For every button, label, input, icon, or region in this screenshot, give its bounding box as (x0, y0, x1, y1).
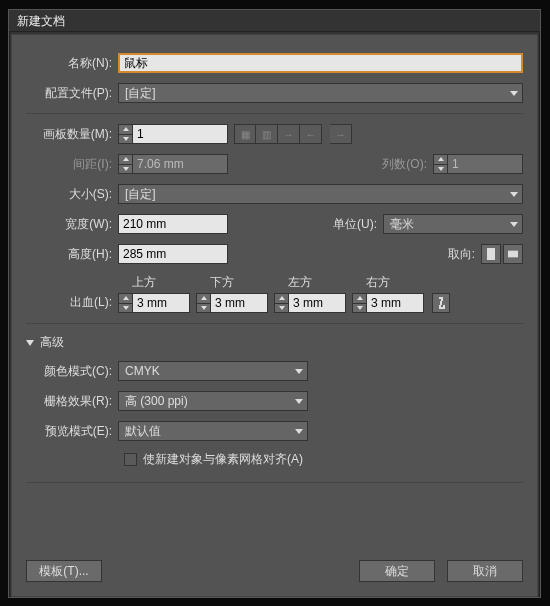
arrow-down-icon (201, 306, 207, 310)
bleed-top-input[interactable] (132, 293, 190, 313)
spinner-buttons (118, 154, 132, 174)
color-mode-combo[interactable]: CMYK (118, 361, 308, 381)
arrow-up-icon (123, 296, 129, 300)
dialog-title: 新建文档 (17, 14, 65, 28)
preview-mode-combo[interactable]: 默认值 (118, 421, 308, 441)
arrow-up-icon (357, 296, 363, 300)
cols-spinner (433, 154, 523, 174)
spinner-buttons[interactable] (118, 293, 132, 313)
color-mode-label: 颜色模式(C): (26, 363, 118, 380)
height-input[interactable] (118, 244, 228, 264)
width-input[interactable] (118, 214, 228, 234)
bleed-label: 出血(L): (26, 294, 118, 313)
arrow-down-icon (357, 306, 363, 310)
arrange-single-icon[interactable]: → (330, 124, 352, 144)
preview-mode-label: 预览模式(E): (26, 423, 118, 440)
chevron-down-icon (510, 91, 518, 96)
dialog-titlebar: 新建文档 (9, 10, 540, 32)
bleed-top-spinner[interactable] (118, 293, 190, 313)
bleed-bottom-spinner[interactable] (196, 293, 268, 313)
chevron-down-icon (295, 429, 303, 434)
chevron-down-icon (510, 222, 518, 227)
orientation-landscape-button[interactable] (503, 244, 523, 264)
artboard-count-spinner[interactable] (118, 124, 228, 144)
size-combo[interactable]: [自定] (118, 184, 523, 204)
spinner-buttons (433, 154, 447, 174)
link-bleed-button[interactable] (432, 293, 450, 313)
link-icon (437, 296, 445, 310)
arrow-down-icon (123, 306, 129, 310)
name-label: 名称(N): (26, 55, 118, 72)
units-value: 毫米 (390, 216, 414, 233)
arrow-down-icon (123, 137, 129, 141)
ok-button[interactable]: 确定 (359, 560, 435, 582)
templates-button[interactable]: 模板(T)... (26, 560, 102, 582)
orientation-label: 取向: (448, 246, 481, 263)
dialog-footer: 模板(T)... 确定 取消 (26, 560, 523, 582)
landscape-icon (508, 248, 518, 260)
divider (26, 113, 523, 114)
dialog-window: 新建文档 名称(N): 配置文件(P): [自定] 画板数量(M): (8, 9, 541, 598)
bleed-top-label: 上方 (118, 274, 190, 291)
spinner-buttons[interactable] (196, 293, 210, 313)
bleed-left-spinner[interactable] (274, 293, 346, 313)
profile-value: [自定] (125, 85, 156, 102)
disclosure-triangle-icon (26, 340, 34, 346)
dialog-body: 名称(N): 配置文件(P): [自定] 画板数量(M): ▦ (11, 34, 538, 597)
spacing-spinner (118, 154, 228, 174)
bleed-bottom-label: 下方 (196, 274, 268, 291)
align-pixel-grid-checkbox[interactable] (124, 453, 137, 466)
portrait-icon (486, 248, 496, 260)
arrow-up-icon (279, 296, 285, 300)
size-label: 大小(S): (26, 186, 118, 203)
arrow-down-icon (123, 167, 129, 171)
bleed-left-label: 左方 (274, 274, 346, 291)
color-mode-value: CMYK (125, 364, 160, 378)
artboard-count-input[interactable] (132, 124, 228, 144)
spacing-input (132, 154, 228, 174)
svg-rect-1 (508, 251, 518, 258)
spinner-buttons[interactable] (274, 293, 288, 313)
name-input[interactable] (118, 53, 523, 73)
chevron-down-icon (295, 399, 303, 404)
preview-mode-value: 默认值 (125, 423, 161, 440)
chevron-down-icon (510, 192, 518, 197)
bleed-bottom-input[interactable] (210, 293, 268, 313)
bleed-left-input[interactable] (288, 293, 346, 313)
raster-value: 高 (300 ppi) (125, 393, 188, 410)
divider (26, 323, 523, 324)
raster-combo[interactable]: 高 (300 ppi) (118, 391, 308, 411)
arrow-up-icon (438, 157, 444, 161)
arrow-up-icon (123, 157, 129, 161)
bleed-right-spinner[interactable] (352, 293, 424, 313)
units-combo[interactable]: 毫米 (383, 214, 523, 234)
grid-by-col-icon[interactable]: ▥ (256, 124, 278, 144)
units-label: 单位(U): (333, 216, 383, 233)
arrange-right-icon[interactable]: → (278, 124, 300, 144)
arrow-down-icon (438, 167, 444, 171)
size-value: [自定] (125, 186, 156, 203)
svg-rect-0 (487, 248, 495, 260)
arrange-left-icon[interactable]: ← (300, 124, 322, 144)
advanced-header-label: 高级 (40, 334, 64, 351)
grid-by-row-icon[interactable]: ▦ (234, 124, 256, 144)
advanced-section-header[interactable]: 高级 (26, 334, 523, 351)
spinner-buttons[interactable] (118, 124, 132, 144)
arrow-up-icon (123, 127, 129, 131)
arrow-up-icon (201, 296, 207, 300)
cancel-button[interactable]: 取消 (447, 560, 523, 582)
artboard-count-label: 画板数量(M): (26, 126, 118, 143)
orientation-portrait-button[interactable] (481, 244, 501, 264)
width-label: 宽度(W): (26, 216, 118, 233)
profile-combo[interactable]: [自定] (118, 83, 523, 103)
height-label: 高度(H): (26, 246, 118, 263)
spacing-label: 间距(I): (26, 156, 118, 173)
spinner-buttons[interactable] (352, 293, 366, 313)
bleed-right-input[interactable] (366, 293, 424, 313)
profile-label: 配置文件(P): (26, 85, 118, 102)
divider (26, 482, 523, 483)
bleed-right-label: 右方 (352, 274, 424, 291)
chevron-down-icon (295, 369, 303, 374)
align-pixel-grid-label: 使新建对象与像素网格对齐(A) (143, 451, 303, 468)
cols-label: 列数(O): (382, 156, 433, 173)
